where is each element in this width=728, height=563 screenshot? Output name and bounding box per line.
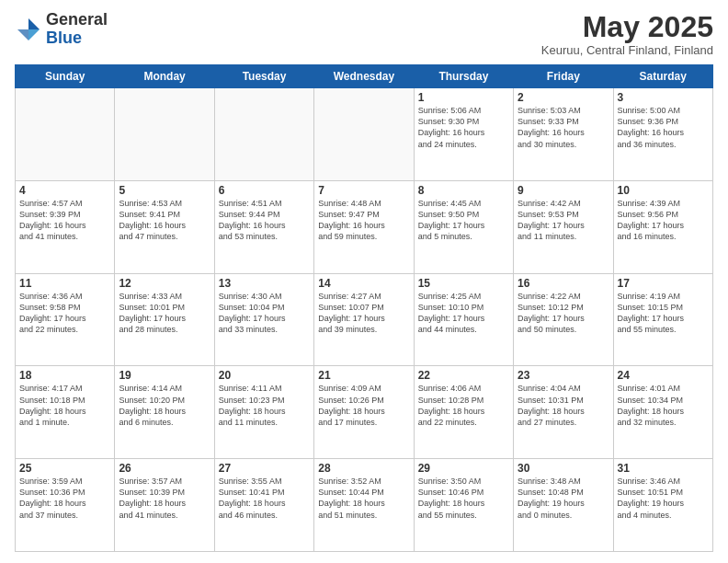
day-info: Sunrise: 3:48 AM Sunset: 10:48 PM Daylig…: [518, 476, 609, 521]
day-info: Sunrise: 4:33 AM Sunset: 10:01 PM Daylig…: [119, 291, 210, 336]
day-number: 27: [219, 462, 310, 475]
day-info: Sunrise: 4:11 AM Sunset: 10:23 PM Daylig…: [219, 383, 310, 428]
day-info: Sunrise: 3:57 AM Sunset: 10:39 PM Daylig…: [119, 476, 210, 521]
calendar-cell: 21Sunrise: 4:09 AM Sunset: 10:26 PM Dayl…: [314, 366, 414, 459]
day-info: Sunrise: 4:17 AM Sunset: 10:18 PM Daylig…: [19, 383, 110, 428]
col-header-tuesday: Tuesday: [214, 65, 313, 88]
day-info: Sunrise: 4:04 AM Sunset: 10:31 PM Daylig…: [518, 383, 609, 428]
col-header-wednesday: Wednesday: [314, 65, 414, 88]
day-info: Sunrise: 4:30 AM Sunset: 10:04 PM Daylig…: [219, 291, 310, 336]
logo: General Blue: [15, 11, 108, 48]
calendar-cell: 17Sunrise: 4:19 AM Sunset: 10:15 PM Dayl…: [613, 273, 712, 366]
day-info: Sunrise: 5:06 AM Sunset: 9:30 PM Dayligh…: [418, 105, 509, 150]
day-info: Sunrise: 4:09 AM Sunset: 10:26 PM Daylig…: [318, 383, 409, 428]
day-info: Sunrise: 3:59 AM Sunset: 10:36 PM Daylig…: [19, 476, 110, 521]
header-row: SundayMondayTuesdayWednesdayThursdayFrid…: [16, 65, 713, 88]
day-info: Sunrise: 3:55 AM Sunset: 10:41 PM Daylig…: [219, 476, 310, 521]
calendar-cell: 7Sunrise: 4:48 AM Sunset: 9:47 PM Daylig…: [314, 180, 414, 273]
day-number: 11: [19, 277, 110, 290]
day-info: Sunrise: 3:52 AM Sunset: 10:44 PM Daylig…: [318, 476, 409, 521]
calendar-cell: 28Sunrise: 3:52 AM Sunset: 10:44 PM Dayl…: [314, 459, 414, 552]
calendar-cell: 23Sunrise: 4:04 AM Sunset: 10:31 PM Dayl…: [514, 366, 613, 459]
col-header-sunday: Sunday: [16, 65, 115, 88]
day-info: Sunrise: 4:42 AM Sunset: 9:53 PM Dayligh…: [518, 198, 609, 243]
day-info: Sunrise: 4:57 AM Sunset: 9:39 PM Dayligh…: [19, 198, 110, 243]
calendar-cell: 25Sunrise: 3:59 AM Sunset: 10:36 PM Dayl…: [16, 459, 115, 552]
calendar-cell: 20Sunrise: 4:11 AM Sunset: 10:23 PM Dayl…: [214, 366, 313, 459]
calendar-cell: 13Sunrise: 4:30 AM Sunset: 10:04 PM Dayl…: [214, 273, 313, 366]
day-info: Sunrise: 4:19 AM Sunset: 10:15 PM Daylig…: [618, 291, 709, 336]
day-number: 17: [618, 277, 709, 290]
day-number: 1: [418, 91, 509, 104]
day-info: Sunrise: 4:14 AM Sunset: 10:20 PM Daylig…: [119, 383, 210, 428]
day-info: Sunrise: 4:27 AM Sunset: 10:07 PM Daylig…: [318, 291, 409, 336]
day-number: 4: [19, 184, 110, 197]
page: General Blue May 2025 Keuruu, Central Fi…: [0, 0, 728, 563]
day-info: Sunrise: 4:06 AM Sunset: 10:28 PM Daylig…: [418, 383, 509, 428]
col-header-monday: Monday: [115, 65, 214, 88]
calendar-cell: 2Sunrise: 5:03 AM Sunset: 9:33 PM Daylig…: [514, 88, 613, 181]
day-info: Sunrise: 4:01 AM Sunset: 10:34 PM Daylig…: [618, 383, 709, 428]
day-info: Sunrise: 4:25 AM Sunset: 10:10 PM Daylig…: [418, 291, 509, 336]
calendar-cell: 9Sunrise: 4:42 AM Sunset: 9:53 PM Daylig…: [514, 180, 613, 273]
day-number: 26: [119, 462, 210, 475]
day-info: Sunrise: 4:39 AM Sunset: 9:56 PM Dayligh…: [618, 198, 709, 243]
calendar-cell: 4Sunrise: 4:57 AM Sunset: 9:39 PM Daylig…: [16, 180, 115, 273]
logo-general: General: [46, 10, 108, 29]
day-number: 31: [618, 462, 709, 475]
calendar-cell: 3Sunrise: 5:00 AM Sunset: 9:36 PM Daylig…: [613, 88, 712, 181]
day-number: 3: [618, 91, 709, 104]
calendar-cell: 16Sunrise: 4:22 AM Sunset: 10:12 PM Dayl…: [514, 273, 613, 366]
col-header-thursday: Thursday: [414, 65, 513, 88]
day-number: 23: [518, 369, 609, 382]
calendar-cell: 26Sunrise: 3:57 AM Sunset: 10:39 PM Dayl…: [115, 459, 214, 552]
calendar-subtitle: Keuruu, Central Finland, Finland: [541, 43, 713, 57]
day-info: Sunrise: 3:50 AM Sunset: 10:46 PM Daylig…: [418, 476, 509, 521]
calendar-cell: [314, 88, 414, 181]
title-block: May 2025 Keuruu, Central Finland, Finlan…: [541, 11, 713, 57]
day-number: 7: [318, 184, 409, 197]
day-info: Sunrise: 4:48 AM Sunset: 9:47 PM Dayligh…: [318, 198, 409, 243]
day-number: 12: [119, 277, 210, 290]
day-info: Sunrise: 4:22 AM Sunset: 10:12 PM Daylig…: [518, 291, 609, 336]
day-number: 9: [518, 184, 609, 197]
week-row-4: 18Sunrise: 4:17 AM Sunset: 10:18 PM Dayl…: [16, 366, 713, 459]
day-number: 18: [19, 369, 110, 382]
header: General Blue May 2025 Keuruu, Central Fi…: [15, 11, 713, 57]
day-number: 8: [418, 184, 509, 197]
day-number: 16: [518, 277, 609, 290]
calendar-cell: 14Sunrise: 4:27 AM Sunset: 10:07 PM Dayl…: [314, 273, 414, 366]
calendar-cell: 24Sunrise: 4:01 AM Sunset: 10:34 PM Dayl…: [613, 366, 712, 459]
day-number: 6: [219, 184, 310, 197]
day-info: Sunrise: 4:53 AM Sunset: 9:41 PM Dayligh…: [119, 198, 210, 243]
calendar-cell: 19Sunrise: 4:14 AM Sunset: 10:20 PM Dayl…: [115, 366, 214, 459]
logo-text: General Blue: [46, 11, 108, 48]
day-info: Sunrise: 4:36 AM Sunset: 9:58 PM Dayligh…: [19, 291, 110, 336]
calendar-cell: 1Sunrise: 5:06 AM Sunset: 9:30 PM Daylig…: [414, 88, 513, 181]
day-info: Sunrise: 5:03 AM Sunset: 9:33 PM Dayligh…: [518, 105, 609, 150]
day-number: 25: [19, 462, 110, 475]
day-info: Sunrise: 4:45 AM Sunset: 9:50 PM Dayligh…: [418, 198, 509, 243]
calendar-cell: [16, 88, 115, 181]
week-row-5: 25Sunrise: 3:59 AM Sunset: 10:36 PM Dayl…: [16, 459, 713, 552]
day-number: 20: [219, 369, 310, 382]
calendar-cell: [214, 88, 313, 181]
calendar-cell: 10Sunrise: 4:39 AM Sunset: 9:56 PM Dayli…: [613, 180, 712, 273]
day-number: 13: [219, 277, 310, 290]
calendar-cell: 12Sunrise: 4:33 AM Sunset: 10:01 PM Dayl…: [115, 273, 214, 366]
calendar-cell: 27Sunrise: 3:55 AM Sunset: 10:41 PM Dayl…: [214, 459, 313, 552]
day-number: 5: [119, 184, 210, 197]
calendar-cell: 22Sunrise: 4:06 AM Sunset: 10:28 PM Dayl…: [414, 366, 513, 459]
calendar-cell: 29Sunrise: 3:50 AM Sunset: 10:46 PM Dayl…: [414, 459, 513, 552]
calendar-cell: 11Sunrise: 4:36 AM Sunset: 9:58 PM Dayli…: [16, 273, 115, 366]
calendar-cell: 5Sunrise: 4:53 AM Sunset: 9:41 PM Daylig…: [115, 180, 214, 273]
calendar-cell: 30Sunrise: 3:48 AM Sunset: 10:48 PM Dayl…: [514, 459, 613, 552]
calendar-cell: 15Sunrise: 4:25 AM Sunset: 10:10 PM Dayl…: [414, 273, 513, 366]
svg-marker-0: [28, 18, 40, 29]
day-number: 22: [418, 369, 509, 382]
week-row-2: 4Sunrise: 4:57 AM Sunset: 9:39 PM Daylig…: [16, 180, 713, 273]
calendar-cell: 8Sunrise: 4:45 AM Sunset: 9:50 PM Daylig…: [414, 180, 513, 273]
calendar-table: SundayMondayTuesdayWednesdayThursdayFrid…: [15, 64, 713, 552]
day-number: 28: [318, 462, 409, 475]
svg-marker-1: [28, 29, 40, 40]
